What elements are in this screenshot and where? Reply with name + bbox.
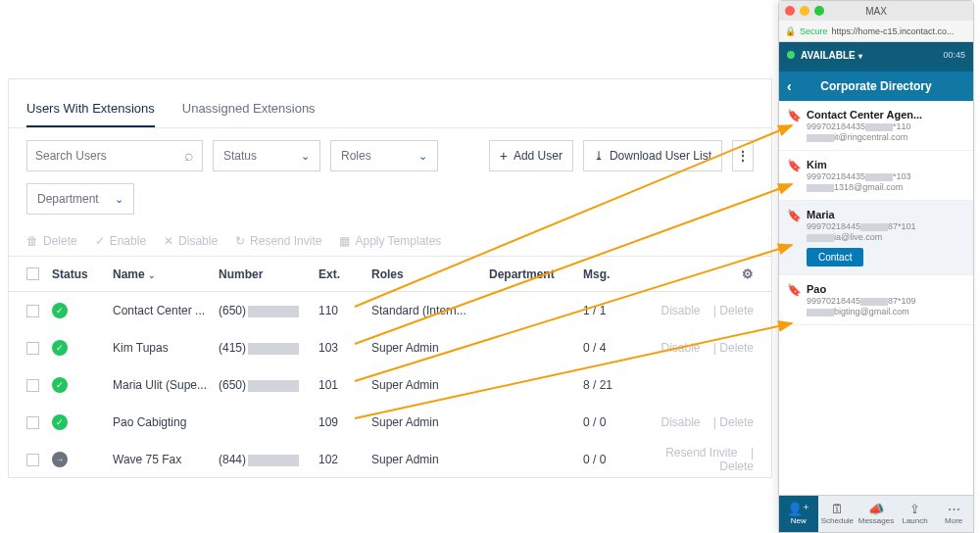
cell-name: Maria Ulit (Supe...: [113, 378, 219, 392]
directory-item[interactable]: 🔖Contact Center Agen...999702184435*110i…: [779, 101, 973, 151]
max-footer: 👤⁺New 🗓Schedule 📣Messages ⇪Launch ⋯More: [779, 495, 973, 532]
th-name[interactable]: Name⌄: [113, 267, 219, 281]
select-all-checkbox[interactable]: [26, 267, 39, 280]
bulk-apply-templates: ▦ Apply Templates: [339, 234, 441, 248]
cell-role: Super Admin: [371, 453, 489, 466]
bulk-disable: ✕ Disable: [164, 234, 218, 248]
redacted: [248, 343, 299, 355]
contact-button[interactable]: Contact: [807, 248, 863, 266]
row-action-1[interactable]: Disable: [661, 415, 700, 429]
contact-phone: 999702184435*110: [807, 121, 963, 131]
url-bar[interactable]: 🔒 Secure https://home-c15.incontact.co..…: [779, 21, 973, 42]
row-action-1[interactable]: Disable: [661, 341, 700, 355]
row-action-2[interactable]: | Delete: [710, 304, 754, 317]
redacted: [248, 455, 299, 466]
download-user-list-button[interactable]: ⤓ Download User List: [583, 140, 722, 171]
filter-department[interactable]: Department ⌄: [26, 183, 134, 215]
directory-item[interactable]: 🔖Kim999702184435*1031318@gmail.com: [779, 151, 973, 201]
footer-more[interactable]: ⋯More: [934, 496, 973, 532]
search-users-input[interactable]: [35, 149, 184, 163]
row-checkbox[interactable]: [26, 305, 39, 317]
tab-unassigned-extensions[interactable]: Unassigned Extensions: [182, 91, 316, 127]
cell-msg: 8 / 21: [583, 378, 642, 392]
window-title: MAX: [779, 6, 973, 17]
titlebar: MAX: [779, 1, 973, 21]
table-header: Status Name⌄ Number Ext. Roles Departmen…: [9, 256, 771, 292]
row-checkbox[interactable]: [26, 416, 39, 429]
download-icon: ⤓: [594, 149, 604, 163]
tab-users-with-extensions[interactable]: Users With Extensions: [26, 91, 155, 127]
row-action-2[interactable]: | Delete: [710, 341, 754, 355]
gear-icon[interactable]: ⚙: [742, 266, 754, 281]
contact-email: ia@live.com: [807, 232, 963, 242]
bookmark-icon: 🔖: [787, 159, 802, 172]
more-actions-button[interactable]: ⋮: [732, 140, 754, 171]
contact-name: Contact Center Agen...: [807, 109, 963, 121]
availability-button[interactable]: AVAILABLE▾: [801, 50, 862, 61]
footer-messages[interactable]: 📣Messages: [857, 496, 896, 532]
contact-phone: 9997021844587*109: [807, 296, 963, 306]
search-users-box[interactable]: ⌕: [26, 140, 203, 171]
cell-ext: 102: [318, 453, 371, 466]
cell-ext: 103: [318, 341, 371, 355]
status-badge: ✓: [52, 340, 68, 356]
th-status[interactable]: Status: [52, 267, 113, 281]
row-checkbox[interactable]: [26, 379, 39, 392]
row-action-2[interactable]: | Delete: [710, 415, 754, 429]
bulk-enable: ✓ Enable: [95, 234, 146, 248]
chevron-down-icon: ⌄: [301, 150, 310, 163]
th-dept[interactable]: Department: [489, 267, 583, 281]
redacted: [860, 298, 888, 306]
th-number[interactable]: Number: [219, 267, 318, 281]
contact-name: Kim: [807, 159, 963, 170]
sort-chevron-icon: ⌄: [148, 270, 156, 280]
table-row[interactable]: ✓Pao Cabigting109Super Admin0 / 0Disable…: [9, 404, 771, 441]
cell-name: Wave 75 Fax: [113, 453, 219, 466]
footer-new[interactable]: 👤⁺New: [779, 496, 818, 532]
table-row[interactable]: ✓Contact Center ...(650)110Standard (Int…: [9, 292, 771, 329]
cell-name: Kim Tupas: [113, 341, 219, 355]
filter-row-2: Department ⌄: [9, 183, 771, 226]
redacted: [865, 123, 893, 131]
redacted: [248, 306, 299, 317]
footer-launch[interactable]: ⇪Launch: [896, 496, 935, 532]
row-action-1[interactable]: Disable: [661, 304, 700, 317]
contact-email: 1318@gmail.com: [807, 182, 963, 192]
tabs: Users With Extensions Unassigned Extensi…: [9, 91, 771, 128]
table-body: ✓Contact Center ...(650)110Standard (Int…: [9, 292, 771, 478]
redacted: [860, 223, 888, 231]
add-user-button[interactable]: + Add User: [489, 140, 573, 171]
cell-ext: 109: [318, 415, 371, 429]
footer-schedule[interactable]: 🗓Schedule: [818, 496, 858, 532]
cell-role: Super Admin: [371, 341, 489, 355]
back-button[interactable]: ‹: [787, 78, 792, 94]
status-badge: →: [52, 452, 68, 467]
directory-item[interactable]: 🔖Pao9997021844587*109bigting@gmail.com: [779, 275, 973, 325]
directory-list[interactable]: 🔖Contact Center Agen...999702184435*110i…: [779, 101, 973, 495]
megaphone-icon: 📣: [868, 503, 884, 515]
contact-phone: 9997021844587*101: [807, 221, 963, 231]
redacted: [248, 380, 299, 392]
status-badge: ✓: [52, 303, 68, 318]
table-row[interactable]: ✓Kim Tupas(415)103Super Admin0 / 4Disabl…: [9, 329, 771, 366]
row-action-1[interactable]: Resend Invite: [665, 446, 737, 460]
launch-icon: ⇪: [909, 503, 920, 515]
plus-icon: +: [500, 148, 508, 164]
table-row[interactable]: →Wave 75 Fax(844)102Super Admin0 / 0Rese…: [9, 441, 771, 478]
table-row[interactable]: ✓Maria Ulit (Supe...(650)101Super Admin8…: [9, 366, 771, 404]
new-icon: 👤⁺: [787, 503, 809, 515]
contact-name: Maria: [807, 209, 963, 220]
download-label: Download User List: [610, 149, 711, 163]
chevron-down-icon: ⌄: [115, 193, 123, 206]
th-ext[interactable]: Ext.: [318, 267, 371, 281]
filter-status[interactable]: Status ⌄: [213, 140, 320, 171]
chevron-down-icon: ⌄: [418, 150, 427, 163]
cell-ext: 110: [318, 304, 371, 317]
filter-roles[interactable]: Roles ⌄: [330, 140, 438, 171]
row-checkbox[interactable]: [26, 342, 39, 355]
directory-item[interactable]: 🔖Maria9997021844587*101ia@live.comContac…: [779, 201, 973, 275]
th-roles[interactable]: Roles: [371, 267, 489, 281]
row-checkbox[interactable]: [26, 454, 39, 466]
th-msg[interactable]: Msg.: [583, 267, 642, 281]
redacted: [807, 184, 834, 192]
